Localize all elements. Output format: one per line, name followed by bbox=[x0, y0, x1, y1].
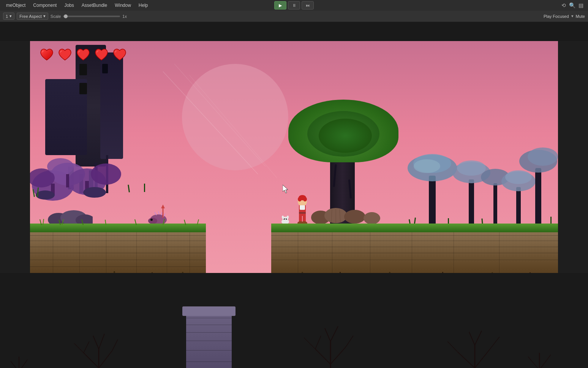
aspect-select[interactable]: Free Aspect ▾ bbox=[17, 13, 48, 20]
aspect-label: Free Aspect bbox=[19, 14, 42, 19]
display-number: 1 bbox=[6, 14, 8, 19]
svg-line-103 bbox=[475, 349, 490, 368]
platform-left bbox=[30, 224, 206, 273]
playback-controls: ▶ ⏸ ⏭ bbox=[274, 1, 314, 10]
svg-line-75 bbox=[40, 219, 41, 225]
svg-line-81 bbox=[135, 219, 136, 225]
stone-right bbox=[271, 232, 558, 273]
svg-rect-37 bbox=[493, 183, 497, 225]
svg-line-95 bbox=[330, 347, 346, 364]
health-hearts bbox=[39, 48, 127, 62]
toolbar: 1 ▾ Free Aspect ▾ Scale 1x Play Focused … bbox=[0, 11, 588, 22]
display-dropdown-arrow: ▾ bbox=[9, 14, 12, 19]
scale-label: Scale bbox=[51, 14, 61, 19]
svg-point-33 bbox=[414, 159, 440, 173]
ruin-window-1 bbox=[79, 64, 87, 75]
svg-point-13 bbox=[83, 187, 106, 198]
search-icon[interactable]: 🔍 bbox=[569, 2, 575, 8]
heart-2 bbox=[57, 48, 73, 62]
mute-button[interactable]: Mute bbox=[576, 14, 585, 19]
svg-line-89 bbox=[84, 341, 89, 353]
svg-point-8 bbox=[47, 158, 74, 175]
svg-point-44 bbox=[528, 148, 558, 166]
svg-point-41 bbox=[505, 170, 532, 184]
svg-rect-16 bbox=[128, 185, 130, 192]
svg-point-61 bbox=[303, 197, 307, 201]
dark-strip bbox=[0, 22, 588, 41]
game-viewport bbox=[30, 41, 558, 273]
scale-thumb[interactable] bbox=[64, 14, 68, 18]
svg-line-100 bbox=[330, 326, 338, 341]
platform-right bbox=[271, 224, 558, 273]
toolbar-left: 1 ▾ Free Aspect ▾ Scale 1x bbox=[3, 13, 127, 20]
svg-line-91 bbox=[93, 336, 99, 349]
scale-slider[interactable] bbox=[63, 16, 120, 17]
step-button[interactable]: ⏭ bbox=[302, 1, 314, 10]
svg-line-90 bbox=[112, 339, 118, 351]
svg-line-99 bbox=[325, 328, 330, 341]
bottom-area bbox=[0, 273, 588, 368]
svg-point-53 bbox=[364, 212, 380, 224]
svg-line-80 bbox=[105, 220, 106, 225]
svg-line-84 bbox=[197, 219, 199, 225]
left-alien-plants bbox=[30, 125, 220, 208]
svg-line-23 bbox=[155, 212, 156, 215]
heart-4 bbox=[94, 48, 109, 62]
mouse-cursor bbox=[283, 185, 289, 193]
heart-3 bbox=[76, 48, 91, 62]
svg-point-60 bbox=[298, 197, 302, 201]
player-character bbox=[293, 191, 312, 225]
menu-window[interactable]: Window bbox=[112, 2, 134, 9]
svg-line-87 bbox=[99, 351, 112, 368]
svg-rect-42 bbox=[535, 168, 541, 225]
svg-line-104 bbox=[447, 341, 458, 352]
right-alien-trees bbox=[406, 130, 558, 225]
svg-line-83 bbox=[184, 220, 186, 225]
svg-line-109 bbox=[11, 361, 19, 368]
svg-line-98 bbox=[346, 336, 353, 347]
menu-assetbundle[interactable]: AssetBundle bbox=[79, 2, 110, 9]
display-select[interactable]: 1 ▾ bbox=[3, 13, 14, 20]
menu-component[interactable]: Component bbox=[30, 2, 60, 9]
svg-line-77 bbox=[59, 220, 60, 225]
svg-rect-62 bbox=[300, 205, 305, 210]
play-button[interactable]: ▶ bbox=[274, 1, 286, 10]
svg-rect-30 bbox=[429, 176, 436, 225]
pumpkin-rocks bbox=[309, 202, 385, 225]
svg-marker-29 bbox=[161, 205, 165, 208]
aspect-dropdown-arrow: ▾ bbox=[43, 14, 46, 19]
svg-line-113 bbox=[539, 355, 551, 368]
svg-line-94 bbox=[315, 349, 330, 364]
menu-gameobject[interactable]: meObject bbox=[3, 2, 28, 9]
menu-jobs[interactable]: Jobs bbox=[61, 2, 77, 9]
svg-point-36 bbox=[457, 160, 486, 176]
svg-line-102 bbox=[458, 352, 475, 368]
svg-line-86 bbox=[84, 353, 99, 368]
svg-line-78 bbox=[62, 219, 63, 225]
history-icon[interactable]: ⟲ bbox=[561, 2, 566, 8]
layers-icon[interactable]: ▤ bbox=[579, 2, 583, 8]
svg-marker-74 bbox=[283, 185, 288, 193]
menu-help[interactable]: Help bbox=[136, 2, 151, 9]
toolbar-right: Play Focused ▾ Mute bbox=[544, 14, 585, 19]
svg-point-7 bbox=[91, 163, 121, 185]
menu-items: meObject Component Jobs AssetBundle Wind… bbox=[3, 2, 151, 9]
svg-rect-34 bbox=[469, 179, 474, 225]
svg-line-82 bbox=[163, 219, 164, 225]
svg-rect-17 bbox=[144, 184, 145, 192]
ruin-window-3 bbox=[102, 64, 108, 73]
svg-rect-39 bbox=[516, 187, 521, 225]
svg-point-12 bbox=[36, 190, 55, 200]
menu-bar: meObject Component Jobs AssetBundle Wind… bbox=[0, 0, 588, 11]
pause-button[interactable]: ⏸ bbox=[288, 1, 300, 10]
stone-left bbox=[30, 232, 206, 273]
svg-point-52 bbox=[344, 210, 365, 224]
svg-line-96 bbox=[304, 338, 315, 349]
play-focused-button[interactable]: Play Focused bbox=[544, 14, 569, 19]
heart-5 bbox=[112, 48, 127, 62]
scale-value: 1x bbox=[122, 14, 127, 19]
play-focused-dropdown[interactable]: ▾ bbox=[571, 14, 574, 19]
svg-line-92 bbox=[99, 334, 104, 349]
bottom-branches bbox=[0, 273, 588, 368]
grass-detail-left bbox=[30, 217, 206, 225]
